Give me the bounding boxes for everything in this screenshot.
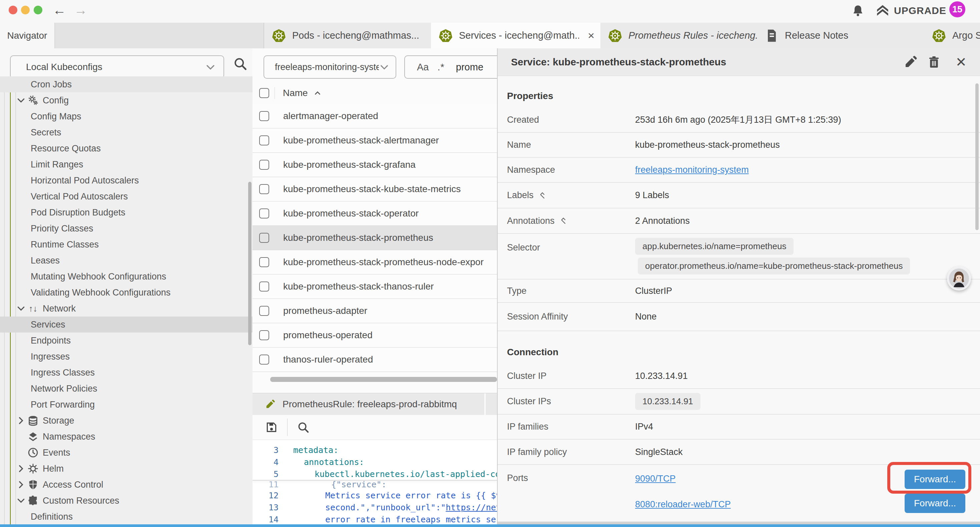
row-checkbox[interactable] [259, 355, 269, 365]
tab-navigator[interactable]: Navigator [0, 23, 55, 48]
row-checkbox[interactable] [259, 233, 269, 243]
detail-row-ip-family-policy[interactable]: IP family policySingleStack [498, 439, 980, 465]
port-link[interactable]: 9090/TCP [635, 474, 676, 484]
sidebar-item-helm[interactable]: Helm [0, 461, 253, 477]
sidebar-item-cron-jobs[interactable]: Cron Jobs [0, 76, 253, 92]
minimize-window-button[interactable] [21, 6, 30, 14]
chevron-down-icon[interactable] [16, 304, 26, 314]
sidebar-item-secrets[interactable]: Secrets [0, 124, 253, 140]
sidebar-item-definitions[interactable]: Definitions [0, 509, 253, 525]
chevron-right-icon[interactable] [16, 463, 26, 474]
sidebar-item-port-forwarding[interactable]: Port Forwarding [0, 396, 253, 412]
table-row[interactable]: kube-prometheus-stack-grafana [253, 153, 497, 177]
detail-row-session-affinity[interactable]: Session AffinityNone [498, 303, 980, 331]
sidebar-item-namespaces[interactable]: Namespaces [0, 428, 253, 444]
editor-tab-next[interactable] [486, 393, 497, 415]
row-checkbox[interactable] [259, 160, 269, 170]
save-icon[interactable] [265, 421, 278, 434]
row-checkbox[interactable] [259, 111, 269, 121]
notifications-bell-icon[interactable] [851, 4, 865, 18]
table-row[interactable]: kube-prometheus-stack-thanos-ruler [253, 274, 497, 299]
sidebar-item-validating-webhook-configurations[interactable]: Validating Webhook Configurations [0, 285, 253, 301]
detail-row-selector[interactable]: Selectorapp.kubernetes.io/name=prometheu… [498, 234, 980, 280]
forward-button[interactable]: → [74, 3, 88, 18]
sort-ascending-icon[interactable] [313, 89, 322, 97]
sidebar-item-runtime-classes[interactable]: Runtime Classes [0, 236, 253, 253]
detail-scrollbar[interactable] [975, 83, 978, 230]
row-checkbox[interactable] [259, 184, 269, 194]
sidebar-item-endpoints[interactable]: Endpoints [0, 333, 253, 349]
detail-row-type[interactable]: TypeClusterIP [498, 280, 980, 303]
sidebar-item-resource-quotas[interactable]: Resource Quotas [0, 140, 253, 156]
column-header-name[interactable]: Name [283, 88, 308, 99]
maximize-window-button[interactable] [34, 6, 42, 14]
table-row[interactable]: prometheus-operated [253, 323, 497, 347]
back-button[interactable]: ← [53, 3, 66, 18]
sidebar-item-vertical-pod-autoscalers[interactable]: Vertical Pod Autoscalers [0, 188, 253, 204]
detail-row-ip-families[interactable]: IP familiesIPv4 [498, 415, 980, 439]
table-row[interactable]: thanos-ruler-operated [253, 347, 497, 372]
table-row[interactable]: prometheus-adapter [253, 299, 497, 323]
port-link[interactable]: 8080:reloader-web/TCP [635, 499, 731, 509]
tab-argo-se[interactable]: Argo Se [924, 23, 980, 48]
sidebar-item-network[interactable]: ↑↓Network [0, 301, 253, 317]
tab-prometheus-rules-icecheng[interactable]: Prometheus Rules - icecheng... [600, 23, 757, 48]
sidebar-item-config[interactable]: Config [0, 92, 253, 108]
sidebar-scrollbar[interactable] [248, 182, 251, 345]
namespace-link[interactable]: freeleaps-monitoring-system [635, 165, 749, 175]
row-checkbox[interactable] [259, 209, 269, 218]
row-checkbox[interactable] [259, 257, 269, 267]
namespace-filter-dropdown[interactable]: freeleaps-monitoring-system [264, 56, 396, 79]
chevron-down-icon[interactable] [16, 96, 26, 105]
sidebar-item-mutating-webhook-configurations[interactable]: Mutating Webhook Configurations [0, 269, 253, 285]
horizontal-scrollbar[interactable] [270, 377, 497, 382]
search-icon[interactable] [297, 421, 310, 434]
sidebar-item-priority-classes[interactable]: Priority Classes [0, 220, 253, 236]
row-checkbox[interactable] [259, 135, 269, 145]
sidebar-item-storage[interactable]: Storage [0, 412, 253, 428]
detail-row-cluster-ip[interactable]: Cluster IP10.233.14.91 [498, 363, 980, 389]
search-icon[interactable] [233, 56, 248, 71]
kubeconfig-dropdown[interactable]: Local Kubeconfigs [10, 56, 224, 79]
sidebar-item-config-maps[interactable]: Config Maps [0, 108, 253, 124]
row-checkbox[interactable] [259, 330, 269, 340]
close-window-button[interactable] [9, 6, 18, 14]
table-row[interactable]: kube-prometheus-stack-prometheus [253, 226, 497, 250]
sidebar-item-leases[interactable]: Leases [0, 253, 253, 269]
chevron-right-icon[interactable] [16, 416, 26, 426]
table-row[interactable]: kube-prometheus-stack-alertmanager [253, 128, 497, 153]
select-all-checkbox[interactable] [259, 88, 269, 98]
detail-row-namespace[interactable]: Namespacefreeleaps-monitoring-system [498, 158, 980, 183]
edit-pencil-icon[interactable] [904, 56, 917, 69]
sidebar-item-custom-resources[interactable]: Custom Resources [0, 493, 253, 509]
detail-row-labels[interactable]: Labels9 Labels [498, 183, 980, 209]
tab-pods-icecheng-mathmas[interactable]: Pods - icecheng@mathmas... [264, 23, 432, 48]
code-link[interactable]: https://net [445, 503, 497, 512]
upgrade-button[interactable]: UPGRADE [876, 4, 946, 18]
detail-row-annotations[interactable]: Annotations2 Annotations [498, 209, 980, 234]
sidebar-item-ingresses[interactable]: Ingresses [0, 349, 253, 365]
tab-release-notes[interactable]: Release Notes [757, 23, 925, 48]
detail-row-name[interactable]: Namekube-prometheus-stack-prometheus [498, 133, 980, 158]
sidebar-item-horizontal-pod-autoscalers[interactable]: Horizontal Pod Autoscalers [0, 172, 253, 188]
table-row[interactable]: kube-prometheus-stack-operator [253, 201, 497, 226]
table-row[interactable]: kube-prometheus-stack-prometheus-node-ex… [253, 250, 497, 274]
close-tab-icon[interactable]: × [588, 29, 594, 42]
sidebar-item-services[interactable]: Services [0, 317, 253, 333]
chevron-right-icon[interactable] [16, 480, 26, 490]
yaml-editor[interactable]: 3metadata:4annotations:5kubectl.kubernet… [253, 439, 497, 525]
sidebar-item-network-policies[interactable]: Network Policies [0, 381, 253, 396]
sidebar-item-limit-ranges[interactable]: Limit Ranges [0, 156, 253, 172]
editor-tab-prometheusrule[interactable]: PrometheusRule: freeleaps-prod-rabbitmq [253, 393, 486, 415]
row-checkbox[interactable] [259, 306, 269, 316]
avatar[interactable] [947, 266, 971, 291]
match-case-toggle[interactable]: Aa [417, 62, 429, 73]
table-row[interactable]: alertmanager-operated [253, 104, 497, 128]
sidebar-item-access-control[interactable]: Access Control [0, 477, 253, 493]
regex-toggle[interactable]: .* [437, 62, 444, 73]
detail-row-created[interactable]: Created253d 16h 6m ago (2025年1月13日 GMT+8… [498, 107, 980, 133]
sidebar-item-pod-disruption-budgets[interactable]: Pod Disruption Budgets [0, 204, 253, 220]
notification-count-badge[interactable]: 15 [949, 2, 965, 18]
chevron-down-icon[interactable] [16, 496, 26, 506]
close-icon[interactable]: ✕ [955, 56, 967, 69]
